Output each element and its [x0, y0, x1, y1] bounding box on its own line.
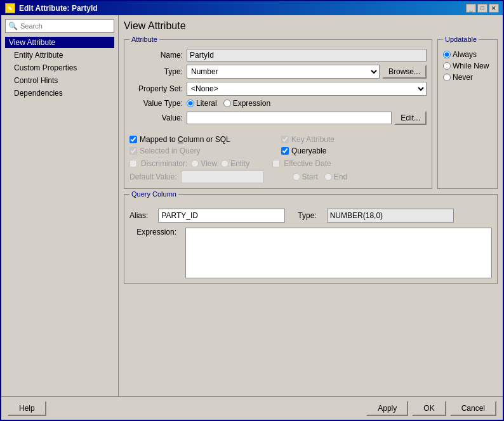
alias-input[interactable] [158, 209, 285, 223]
queryable-checkbox-item: Queryable [281, 146, 427, 155]
search-input[interactable] [20, 22, 111, 30]
attribute-area: Attribute Name: Type: Number Browse... [124, 39, 498, 189]
apply-button[interactable]: Apply [366, 401, 408, 416]
selected-query-label: Selected in Query [140, 146, 200, 155]
start-radio-label: Start [293, 172, 318, 181]
type-label: Type: [129, 67, 187, 76]
queryable-label: Queryable [291, 146, 326, 155]
name-row: Name: [129, 49, 427, 62]
close-button[interactable]: ✕ [489, 4, 499, 13]
value-label: Value: [129, 113, 187, 122]
sidebar: 🔍 View Attribute Entity Attribute Custom… [1, 15, 119, 396]
action-buttons: Apply OK Cancel [366, 401, 496, 416]
key-attribute-label: Key Attribute [291, 135, 335, 144]
attribute-group-title: Attribute [129, 36, 159, 43]
start-end-area: Start End [293, 172, 348, 181]
window-icon: ✎ [5, 3, 15, 13]
value-type-radio-group: Literal Expression [187, 99, 270, 108]
maximize-button[interactable]: □ [477, 4, 487, 13]
start-radio [293, 173, 300, 181]
always-radio-label[interactable]: Always [443, 50, 477, 59]
queryable-checkbox[interactable] [281, 147, 289, 155]
help-button[interactable]: Help [8, 401, 46, 416]
view-radio-label: View [191, 159, 217, 168]
always-radio[interactable] [443, 51, 451, 58]
main-content: 🔍 View Attribute Entity Attribute Custom… [1, 15, 503, 396]
value-input[interactable] [187, 112, 392, 124]
updatable-title: Updatable [443, 36, 479, 43]
title-bar-text: ✎ Edit Attribute: PartyId [5, 3, 98, 13]
right-panel: View Attribute Attribute Name: Type: [119, 15, 503, 396]
panel-title: View Attribute [124, 20, 498, 32]
discriminator-label: Discriminator: [141, 159, 187, 168]
query-column-group: Query Column Alias: Type: Expression: [124, 194, 498, 284]
browse-button[interactable]: Browse... [382, 65, 427, 79]
sidebar-item-view-attribute[interactable]: View Attribute [5, 37, 114, 48]
default-value-input [181, 171, 263, 183]
default-value-label: Default Value: [129, 172, 177, 181]
sidebar-item-custom-properties[interactable]: Custom Properties [5, 62, 114, 74]
selected-query-checkbox-item: Selected in Query [129, 146, 275, 155]
checkboxes-grid: Mapped to Column or SQL Key Attribute Se… [129, 135, 427, 155]
expression-radio[interactable] [223, 100, 231, 107]
mapped-checkbox[interactable] [129, 136, 137, 143]
type-row: Type: Number Browse... [129, 65, 427, 79]
end-radio [324, 173, 332, 181]
cancel-button[interactable]: Cancel [450, 401, 496, 416]
value-type-label: Value Type: [129, 99, 187, 108]
expression-label: Expression: [129, 228, 180, 236]
effective-date-checkbox [272, 160, 280, 167]
effective-date-label: Effective Date [284, 159, 331, 168]
selected-query-checkbox [129, 147, 137, 155]
type-value-input [327, 209, 454, 223]
sidebar-item-dependencies[interactable]: Dependencies [5, 87, 114, 99]
property-set-row: Property Set: <None> [129, 82, 427, 96]
literal-radio[interactable] [187, 100, 194, 107]
minimize-button[interactable]: _ [466, 4, 476, 13]
value-row: Value: Edit... [129, 111, 427, 125]
entity-radio-label: Entity [221, 159, 249, 168]
never-radio-label[interactable]: Never [443, 73, 473, 82]
property-set-select[interactable]: <None> [187, 82, 427, 96]
mapped-label: Mapped to Column or SQL [140, 135, 230, 144]
checkboxes-section: Mapped to Column or SQL Key Attribute Se… [129, 135, 427, 183]
default-value-row: Default Value: Start End [129, 171, 427, 183]
alias-label: Alias: [129, 211, 148, 220]
edit-button[interactable]: Edit... [394, 111, 427, 125]
search-box: 🔍 [5, 19, 114, 33]
effective-date-area: Effective Date [272, 159, 331, 168]
bottom-bar: Help Apply OK Cancel [1, 396, 503, 420]
mapped-checkbox-item: Mapped to Column or SQL [129, 135, 275, 144]
query-column-title: Query Column [129, 190, 178, 198]
entity-radio [221, 160, 229, 167]
title-buttons: _ □ ✕ [466, 4, 499, 13]
value-type-row: Value Type: Literal Expression [129, 99, 427, 108]
search-icon: 🔍 [8, 22, 18, 30]
expression-textarea[interactable] [185, 228, 492, 278]
expression-area: Expression: [129, 228, 492, 278]
attribute-group: Attribute Name: Type: Number Browse... [124, 39, 432, 189]
discriminator-row: Discriminator: View Entity [129, 159, 427, 168]
key-attribute-checkbox [281, 136, 289, 143]
sidebar-item-entity-attribute[interactable]: Entity Attribute [5, 49, 114, 61]
never-radio[interactable] [443, 74, 451, 81]
property-set-label: Property Set: [129, 84, 187, 93]
key-attribute-checkbox-item: Key Attribute [281, 135, 427, 144]
main-window: ✎ Edit Attribute: PartyId _ □ ✕ 🔍 View A… [0, 0, 504, 421]
type-select[interactable]: Number [187, 65, 380, 79]
name-input[interactable] [187, 49, 427, 62]
name-label: Name: [129, 51, 187, 60]
updatable-group: Updatable Always While New Never [437, 39, 498, 189]
expression-radio-label[interactable]: Expression [223, 99, 270, 108]
while-new-radio[interactable] [443, 62, 451, 70]
ok-button[interactable]: OK [412, 401, 446, 416]
type-label-qc: Type: [298, 211, 316, 220]
end-radio-label: End [324, 172, 347, 181]
title-bar: ✎ Edit Attribute: PartyId _ □ ✕ [1, 1, 503, 15]
sidebar-item-control-hints[interactable]: Control Hints [5, 75, 114, 86]
alias-type-row: Alias: Type: [129, 209, 492, 223]
view-radio [191, 160, 199, 167]
literal-radio-label[interactable]: Literal [187, 99, 217, 108]
discriminator-checkbox [129, 160, 137, 167]
while-new-radio-label[interactable]: While New [443, 62, 489, 70]
